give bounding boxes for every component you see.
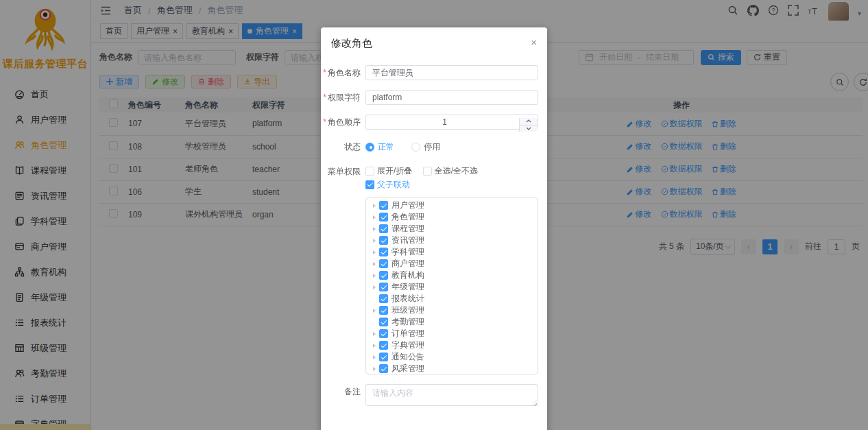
- tree-node[interactable]: 通知公告: [366, 351, 538, 363]
- tree-node-checkbox[interactable]: [379, 318, 388, 326]
- expand-caret-icon[interactable]: [373, 332, 376, 336]
- menu-perms-field-row: 菜单权限 展开/折叠 全选/全不选: [321, 164, 538, 374]
- tree-node[interactable]: 班级管理: [366, 304, 538, 316]
- tree-node-label: 教育机构: [391, 270, 424, 281]
- status-radio[interactable]: 正常: [365, 139, 394, 154]
- tree-node-checkbox[interactable]: [379, 341, 388, 350]
- expand-caret-icon[interactable]: [373, 285, 376, 289]
- expand-caret-icon[interactable]: [373, 239, 376, 243]
- tree-node-checkbox[interactable]: [379, 236, 388, 245]
- tree-node-label: 字典管理: [391, 339, 424, 351]
- status-field-label: 状态: [321, 139, 365, 154]
- tree-node[interactable]: 教育机构: [366, 270, 538, 281]
- checkbox-icon: [365, 180, 374, 189]
- remark-field-label: 备注: [321, 384, 365, 408]
- tree-node-checkbox[interactable]: [379, 213, 388, 222]
- menu-perms-toggle[interactable]: 父子联动: [365, 178, 410, 191]
- role-name-field-row: *角色名称: [321, 65, 538, 80]
- tree-node-checkbox[interactable]: [379, 306, 388, 315]
- role-name-field-label: 角色名称: [328, 68, 361, 77]
- expand-caret-icon[interactable]: [373, 309, 376, 313]
- tree-node[interactable]: 报表统计: [366, 293, 538, 304]
- tree-node-label: 订单管理: [391, 328, 424, 339]
- edit-role-dialog: 修改角色 × *角色名称 *权限字符 *角色顺序: [321, 27, 547, 430]
- required-asterisk: *: [323, 117, 326, 127]
- tree-node-checkbox[interactable]: [379, 364, 388, 373]
- role-order-field-row: *角色顺序: [321, 115, 538, 130]
- perm-key-field-label: 权限字符: [328, 93, 361, 102]
- tree-node[interactable]: 商户管理: [366, 258, 538, 270]
- tree-node[interactable]: 订单管理: [366, 328, 538, 339]
- menu-perms-toggle[interactable]: 全选/全不选: [423, 164, 478, 178]
- dialog-title: 修改角色: [331, 37, 372, 50]
- checkbox-icon: [365, 167, 374, 176]
- dialog-close-icon[interactable]: ×: [531, 37, 537, 47]
- required-asterisk: *: [323, 68, 326, 77]
- menu-perms-toggle[interactable]: 展开/折叠: [365, 164, 412, 178]
- tree-node[interactable]: 课程管理: [366, 223, 538, 235]
- expand-caret-icon[interactable]: [373, 344, 376, 348]
- status-field-row: 状态 正常 停用: [321, 139, 538, 154]
- status-radio[interactable]: 停用: [411, 139, 440, 154]
- tree-node-label: 班级管理: [391, 304, 424, 316]
- dialog-header: 修改角色 ×: [321, 27, 547, 50]
- expand-caret-icon[interactable]: [373, 215, 376, 219]
- perm-key-field-row: *权限字符: [321, 90, 538, 105]
- menu-perms-field-label: 菜单权限: [321, 164, 365, 374]
- remark-field-row: 备注: [321, 384, 538, 408]
- stepper-down-icon[interactable]: [520, 126, 538, 132]
- role-order-input[interactable]: [365, 115, 538, 130]
- dialog-body: *角色名称 *权限字符 *角色顺序 状态: [321, 50, 547, 408]
- radio-dot-icon: [365, 143, 374, 152]
- expand-caret-icon[interactable]: [373, 227, 376, 231]
- menu-perms-toggle-label: 展开/折叠: [377, 164, 412, 178]
- checkbox-icon: [423, 167, 432, 176]
- tree-node-label: 报表统计: [391, 293, 424, 304]
- tree-node[interactable]: 用户管理: [366, 200, 538, 211]
- tree-node-checkbox[interactable]: [379, 271, 388, 280]
- tree-node[interactable]: 字典管理: [366, 339, 538, 351]
- tree-node-checkbox[interactable]: [379, 353, 388, 361]
- tree-node-checkbox[interactable]: [379, 201, 388, 210]
- menu-permission-tree: 用户管理 角色管理 课程管理: [365, 198, 538, 374]
- tree-node[interactable]: 年级管理: [366, 281, 538, 293]
- tree-node-label: 课程管理: [391, 223, 424, 235]
- tree-node-checkbox[interactable]: [379, 259, 388, 268]
- tree-node-label: 商户管理: [391, 258, 424, 270]
- tree-node[interactable]: 角色管理: [366, 211, 538, 223]
- role-order-field-label: 角色顺序: [328, 117, 361, 127]
- perm-key-input[interactable]: [365, 90, 538, 105]
- expand-caret-icon[interactable]: [373, 204, 376, 208]
- tree-node-checkbox[interactable]: [379, 248, 388, 256]
- tree-node[interactable]: 学科管理: [366, 246, 538, 258]
- tree-node-checkbox[interactable]: [379, 294, 388, 303]
- expand-caret-icon[interactable]: [373, 274, 376, 278]
- status-radio-label: 正常: [378, 139, 394, 154]
- tree-node[interactable]: 风采管理: [366, 363, 538, 374]
- radio-dot-icon: [411, 143, 420, 152]
- tree-node-label: 用户管理: [391, 200, 424, 211]
- tree-node-label: 资讯管理: [391, 235, 424, 246]
- tree-node-checkbox[interactable]: [379, 329, 388, 338]
- expand-caret-icon[interactable]: [373, 250, 376, 254]
- expand-caret-icon[interactable]: [373, 367, 376, 371]
- tree-node-label: 考勤管理: [391, 316, 424, 328]
- tree-node-checkbox[interactable]: [379, 224, 388, 233]
- tree-node[interactable]: 考勤管理: [366, 316, 538, 328]
- tree-node-label: 学科管理: [391, 246, 424, 258]
- required-asterisk: *: [323, 93, 326, 102]
- tree-node-checkbox[interactable]: [379, 283, 388, 291]
- tree-node-label: 年级管理: [391, 281, 424, 293]
- stepper-up-icon[interactable]: [520, 118, 538, 126]
- expand-caret-icon[interactable]: [373, 262, 376, 266]
- tree-node[interactable]: 资讯管理: [366, 235, 538, 246]
- menu-perms-toggle-label: 父子联动: [377, 178, 410, 191]
- tree-node-label: 风采管理: [391, 363, 424, 374]
- remark-textarea[interactable]: [365, 384, 538, 406]
- expand-caret-icon[interactable]: [373, 355, 376, 359]
- role-name-input[interactable]: [365, 65, 538, 80]
- tree-node-label: 通知公告: [391, 351, 424, 363]
- menu-perms-toggle-label: 全选/全不选: [435, 164, 478, 178]
- tree-node-label: 角色管理: [391, 211, 424, 223]
- status-radio-label: 停用: [424, 139, 440, 154]
